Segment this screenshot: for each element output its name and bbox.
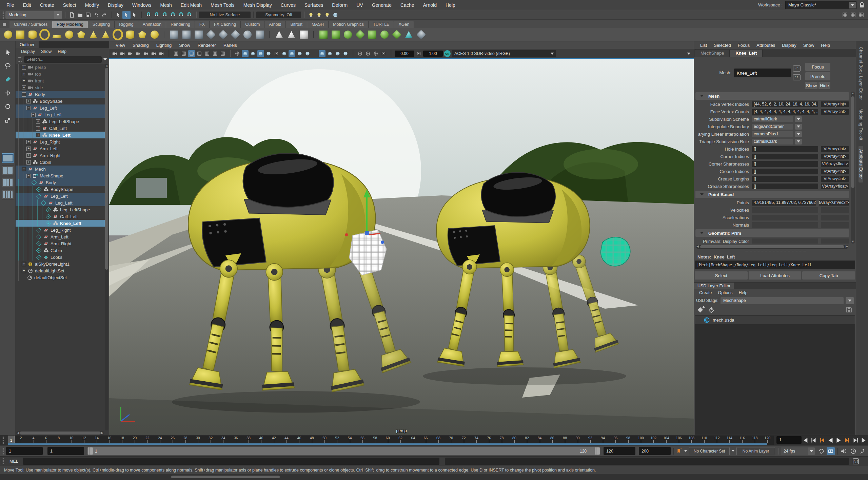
menu-edit[interactable]: Edit <box>19 0 36 10</box>
collapse-icon[interactable]: − <box>22 92 26 97</box>
shelf-tab-bifrost[interactable]: Bifrost <box>286 21 307 28</box>
shelf-icon-symmetrize[interactable] <box>403 30 414 40</box>
camera-attributes-icon[interactable] <box>127 50 134 57</box>
shelf-icon-type-tool[interactable] <box>330 30 341 40</box>
shelf-icon-combine[interactable] <box>205 30 216 40</box>
outliner-item-cabin[interactable]: +Cabin <box>16 247 105 254</box>
menu-mesh-display[interactable]: Mesh Display <box>239 0 276 10</box>
outliner-item-knee_left[interactable]: +Knee_Left <box>16 220 105 227</box>
play-forwards-button[interactable] <box>835 436 843 444</box>
isolate-select-icon[interactable] <box>357 50 363 57</box>
expand-icon[interactable]: + <box>36 119 40 124</box>
make-live-icon[interactable] <box>185 11 193 19</box>
shelf-icon-extract[interactable] <box>230 30 240 40</box>
usd-expand-icon[interactable]: + <box>36 234 42 239</box>
shelf-tab-xgen[interactable]: XGen <box>394 21 414 28</box>
gamma-field[interactable]: 1.00 <box>423 51 443 57</box>
step-forward-frame-button[interactable] <box>852 436 860 444</box>
outliner-item-calf_left[interactable]: +Calf_Left <box>16 213 105 220</box>
ae-menu-focus[interactable]: Focus <box>734 43 753 48</box>
attr-value-field[interactable]: [] <box>752 176 818 182</box>
snap-to-view-plane-icon[interactable] <box>177 11 185 19</box>
motion-blur-icon[interactable] <box>296 50 303 57</box>
render-settings-icon[interactable] <box>323 11 331 19</box>
usd-expand-icon[interactable]: + <box>46 220 51 226</box>
shelf-tab-fx-caching[interactable]: FX Caching <box>210 21 241 28</box>
playblast-icon[interactable] <box>827 447 835 455</box>
exposure-field[interactable]: 0.00 <box>395 51 414 57</box>
chevron-down-icon[interactable] <box>795 139 802 145</box>
two-pane-layout[interactable] <box>2 166 14 175</box>
snap-to-point-icon[interactable] <box>161 11 169 19</box>
timeline-ruler[interactable]: 1 24681012141618202224262830323436384042… <box>8 436 774 445</box>
current-frame-field[interactable]: 1 <box>776 436 802 444</box>
shelf-tab-rigging[interactable]: Rigging <box>115 21 138 28</box>
wireframe-on-shaded-icon[interactable] <box>250 50 256 57</box>
viewport-menu-renderer[interactable]: Renderer <box>194 43 220 48</box>
chevron-down-icon[interactable] <box>795 116 802 122</box>
scale-tool[interactable] <box>2 115 13 126</box>
select-button[interactable]: Select <box>695 271 748 280</box>
attr-value-field[interactable]: [] <box>752 161 818 167</box>
shelf-icon-poly-pipe[interactable] <box>113 30 123 40</box>
wireframe-icon[interactable] <box>234 50 241 57</box>
chevron-down-icon[interactable] <box>795 131 802 137</box>
render-current-frame-icon[interactable] <box>307 11 315 19</box>
shelf-tab-poly-modeling[interactable]: Poly Modeling <box>52 21 88 28</box>
outliner-item-arm_right[interactable]: +Arm_Right <box>16 240 105 247</box>
go-to-start-button[interactable] <box>801 436 809 444</box>
shelf-menu-icon[interactable] <box>2 22 7 27</box>
smooth-shade-icon[interactable] <box>242 50 249 57</box>
range-start-handle[interactable] <box>88 447 93 455</box>
ae-menu-show[interactable]: Show <box>800 43 818 48</box>
notes-divider[interactable] <box>745 251 806 251</box>
outliner-horizontal-scrollbar[interactable]: ◀▶ <box>16 431 104 435</box>
shelf-icon-boolean-intersection[interactable] <box>193 30 204 40</box>
menu-arnold[interactable]: Arnold <box>418 0 441 10</box>
attr-dropdown[interactable]: catmullClark <box>752 139 793 145</box>
mute-audio-icon[interactable] <box>841 448 847 455</box>
usd-expand-icon[interactable]: + <box>46 214 51 219</box>
move-tool[interactable] <box>2 88 13 98</box>
gate-mask-icon[interactable] <box>196 50 203 57</box>
redo-icon[interactable] <box>100 11 108 19</box>
usd-expand-icon[interactable]: + <box>36 254 42 260</box>
outliner-item-leg_left[interactable]: Leg_Left <box>16 193 105 199</box>
shelf-icon-poly-cube[interactable] <box>15 30 25 40</box>
expand-icon[interactable]: + <box>26 160 31 165</box>
outliner-item-mech[interactable]: −Mech <box>16 166 105 172</box>
expand-icon[interactable]: + <box>36 126 40 131</box>
expand-icon[interactable]: + <box>36 133 40 137</box>
outliner-item-body[interactable]: −Body <box>16 91 105 98</box>
show-input-ops-icon[interactable] <box>841 11 849 19</box>
menu-set-selector[interactable]: Modeling <box>5 11 62 19</box>
usd-expand-icon[interactable]: + <box>36 227 42 233</box>
color-management-on-badge[interactable]: ON <box>444 50 451 57</box>
usd-layer-row[interactable]: mech.usda <box>695 315 855 324</box>
shelf-icon-poly-soccer-ball[interactable] <box>149 30 160 40</box>
undo-icon[interactable] <box>92 11 100 19</box>
shelf-icon-poly-helix[interactable] <box>125 30 135 40</box>
rotate-tool[interactable] <box>2 101 13 112</box>
bookmark-frame-icon[interactable] <box>676 447 682 455</box>
outliner-item-defaultobjectset[interactable]: defaultObjectSet <box>16 274 105 281</box>
shelf-icon-quad-draw[interactable] <box>298 30 309 40</box>
outliner-item-arm_left[interactable]: +Arm_Left <box>16 233 105 240</box>
attribute-vertical-scrollbar[interactable]: ▲▼ <box>851 92 855 244</box>
shelf-icon-poly-prism[interactable] <box>100 30 111 40</box>
usd-expand-icon[interactable]: + <box>36 241 42 246</box>
step-forward-key-button[interactable] <box>843 436 851 444</box>
usd-collapse-icon[interactable] <box>32 180 37 185</box>
usd-layer-editor-tab[interactable]: USD Layer Editor <box>694 283 734 289</box>
shelf-icon-cleanup[interactable] <box>416 30 426 40</box>
film-gate-icon[interactable] <box>180 50 187 57</box>
usd-expand-icon[interactable]: + <box>36 248 42 253</box>
attr-value-field[interactable]: [] <box>752 169 818 174</box>
anim-layer-selector[interactable]: No Anim Layer <box>736 447 775 455</box>
character-set-selector[interactable]: No Character Set <box>689 447 730 455</box>
collapse-icon[interactable]: − <box>26 174 31 178</box>
shelf-icon-poly-disc[interactable] <box>64 30 74 40</box>
xray-joints-icon[interactable] <box>372 50 379 57</box>
show-button[interactable]: Show <box>805 82 817 89</box>
viewport-toolbar-more-icon[interactable] <box>687 53 690 55</box>
